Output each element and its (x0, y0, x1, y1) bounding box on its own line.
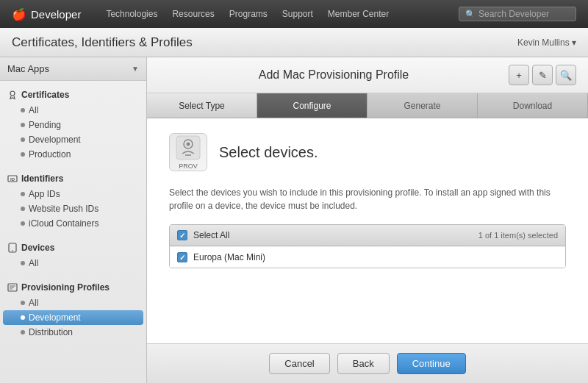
dot-icon (21, 261, 25, 265)
sidebar-item-devices-all[interactable]: All (0, 256, 146, 271)
content-header: Add Mac Provisioning Profile + ✎ 🔍 (147, 57, 588, 93)
plus-icon: + (516, 70, 522, 81)
dot-icon (21, 123, 25, 127)
cancel-button[interactable]: Cancel (269, 353, 329, 374)
content-footer: Cancel Back Continue (147, 343, 588, 383)
device-table-header: Select All 1 of 1 item(s) selected (170, 225, 565, 246)
nav-support[interactable]: Support (282, 9, 313, 19)
certificate-icon (7, 90, 18, 100)
chevron-down-icon: ▼ (132, 65, 139, 73)
step-configure[interactable]: Configure (257, 93, 368, 118)
edit-icon: ✎ (539, 70, 547, 81)
certificates-header: Certificates (0, 87, 146, 103)
sidebar-item-profiles-distribution[interactable]: Distribution (0, 325, 146, 340)
nav-resources[interactable]: Resources (172, 9, 214, 19)
page-title: Certificates, Identifiers & Profiles (12, 35, 517, 50)
dot-icon (21, 192, 25, 196)
profile-icon (7, 282, 18, 293)
device-name-0: Europa (Mac Mini) (193, 252, 265, 262)
top-navigation: 🍎 Developer Technologies Resources Progr… (0, 0, 588, 28)
devices-section: Devices All (0, 234, 146, 273)
sub-header: Certificates, Identifiers & Profiles Kev… (0, 28, 588, 57)
identifiers-header: ID Identifiers (0, 171, 146, 187)
dot-icon (21, 152, 25, 157)
dot-icon (21, 301, 25, 305)
search-icon: 🔍 (560, 70, 572, 81)
main-layout: Mac Apps ▼ Certificates All Pending Deve… (0, 57, 588, 383)
steps-bar: Select Type Configure Generate Download (147, 93, 588, 118)
certificates-section: Certificates All Pending Development Pro… (0, 81, 146, 165)
dot-icon (21, 330, 25, 334)
sidebar-item-profiles-all[interactable]: All (0, 296, 146, 310)
sidebar-item-certs-all[interactable]: All (0, 103, 146, 118)
sidebar-item-certs-production[interactable]: Production (0, 147, 146, 162)
nav-programs[interactable]: Programs (229, 9, 268, 19)
dropdown-label: Mac Apps (7, 63, 49, 74)
back-button[interactable]: Back (337, 353, 390, 374)
prov-icon: PROV (169, 133, 207, 171)
device-table: Select All 1 of 1 item(s) selected Europ… (169, 224, 566, 268)
nav-technologies[interactable]: Technologies (106, 9, 157, 19)
content-body: PROV Select devices. Select the devices … (147, 118, 588, 343)
header-actions: + ✎ 🔍 (509, 65, 576, 85)
add-button[interactable]: + (509, 65, 529, 85)
svg-point-0 (10, 91, 15, 96)
dot-icon (21, 108, 25, 112)
device-checkbox-0[interactable] (177, 252, 187, 262)
logo-area[interactable]: 🍎 Developer (12, 7, 81, 21)
identifiers-section: ID Identifiers App IDs Website Push IDs … (0, 165, 146, 234)
dot-icon (21, 221, 25, 226)
select-all-checkbox[interactable] (177, 230, 187, 240)
device-row: Europa (Mac Mini) (170, 246, 565, 268)
search-icon: 🔍 (465, 10, 476, 19)
apple-icon: 🍎 (12, 7, 26, 21)
profiles-label: Provisioning Profiles (21, 282, 110, 293)
profiles-section: Provisioning Profiles All Development Di… (0, 273, 146, 343)
dot-icon (21, 137, 25, 142)
search-input[interactable] (478, 9, 574, 19)
nav-member-center[interactable]: Member Center (328, 9, 389, 19)
prov-label: PROV (179, 162, 198, 170)
devices-label: Devices (21, 243, 54, 253)
description-text: Select the devices you wish to include i… (169, 186, 566, 212)
search-button[interactable]: 🔍 (556, 65, 576, 85)
nav-links: Technologies Resources Programs Support … (106, 9, 389, 19)
identifiers-label: Identifiers (21, 173, 63, 184)
section-title: Select devices. (219, 144, 318, 161)
id-icon: ID (7, 173, 18, 184)
svg-point-4 (12, 250, 13, 251)
step-download[interactable]: Download (478, 93, 588, 118)
continue-button[interactable]: Continue (397, 353, 466, 374)
step-generate[interactable]: Generate (368, 93, 478, 118)
device-icon (7, 243, 18, 253)
sidebar-item-certs-pending[interactable]: Pending (0, 118, 146, 132)
certificates-label: Certificates (21, 90, 69, 100)
mac-apps-dropdown[interactable]: Mac Apps ▼ (0, 57, 146, 81)
sidebar-item-icloud[interactable]: iCloud Containers (0, 216, 146, 231)
svg-text:ID: ID (10, 177, 15, 182)
device-header: PROV Select devices. (169, 133, 566, 171)
sidebar-item-appids[interactable]: App IDs (0, 187, 146, 201)
user-menu[interactable]: Kevin Mullins ▾ (517, 37, 576, 48)
selected-count: 1 of 1 item(s) selected (478, 231, 558, 240)
sidebar-item-profiles-development[interactable]: Development (3, 310, 143, 325)
sidebar-item-certs-development[interactable]: Development (0, 132, 146, 147)
app-name: Developer (31, 8, 81, 21)
step-select-type[interactable]: Select Type (147, 93, 257, 118)
svg-point-11 (187, 143, 190, 146)
select-all-label: Select All (193, 230, 229, 240)
devices-header: Devices (0, 240, 146, 256)
sidebar-item-website-push[interactable]: Website Push IDs (0, 201, 146, 216)
search-box[interactable]: 🔍 (459, 7, 576, 21)
dot-icon (21, 315, 25, 320)
dot-icon (21, 207, 25, 211)
edit-button[interactable]: ✎ (532, 65, 553, 85)
sidebar: Mac Apps ▼ Certificates All Pending Deve… (0, 57, 147, 383)
profiles-header: Provisioning Profiles (0, 279, 146, 296)
content-title: Add Mac Provisioning Profile (159, 68, 509, 82)
content-area: Add Mac Provisioning Profile + ✎ 🔍 Selec… (147, 57, 588, 383)
